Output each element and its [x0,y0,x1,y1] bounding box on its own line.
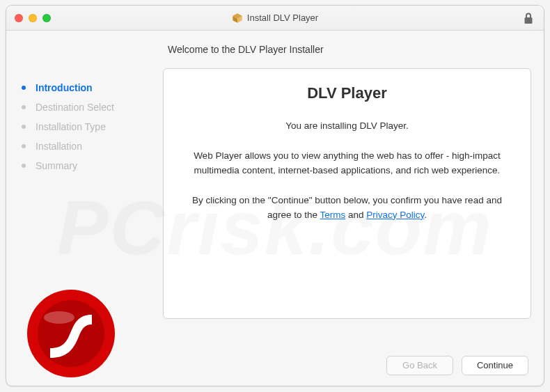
bullet-icon [22,164,26,168]
bullet-icon [22,86,26,90]
consent-period: . [424,210,427,220]
step-list: Introduction Destination Select Installa… [22,78,163,175]
content-description: Web Player allows you to view anything t… [182,149,512,178]
step-installation-type: Installation Type [22,117,163,136]
flash-player-icon [26,288,116,379]
close-icon[interactable] [15,14,23,22]
bullet-icon [22,125,26,129]
window-controls [15,14,51,22]
titlebar: Install DLV Player [6,6,544,31]
package-icon [232,13,243,24]
content-consent: By clicking on the "Continue" button bel… [182,194,512,223]
step-destination-select: Destination Select [22,97,163,117]
window-title-text: Install DLV Player [247,13,318,23]
step-label: Installation [36,141,82,152]
installer-window: Install DLV Player Welcome to the DLV Pl… [6,5,544,386]
bullet-icon [22,144,26,148]
installer-subtitle-row: Welcome to the DLV Player Installer [6,31,544,68]
minimize-icon[interactable] [29,14,37,22]
step-label: Installation Type [36,121,106,132]
consent-and: and [345,210,366,220]
step-summary: Summary [22,156,163,175]
step-label: Introduction [36,82,93,93]
continue-button[interactable]: Continue [462,356,528,375]
svg-rect-0 [525,17,533,24]
window-title: Install DLV Player [6,13,544,24]
step-label: Destination Select [36,102,114,113]
zoom-icon[interactable] [42,14,51,22]
bullet-icon [22,105,26,109]
lock-icon [523,12,534,24]
svg-point-3 [44,311,74,324]
content-title: DLV Player [182,84,512,102]
terms-link[interactable]: Terms [320,210,345,220]
go-back-button: Go Back [386,356,453,375]
content-intro-line: You are installing DLV Player. [182,119,512,134]
step-installation: Installation [22,136,163,156]
step-introduction: Introduction [22,78,163,97]
step-label: Summary [36,160,77,171]
installer-subtitle: Welcome to the DLV Player Installer [168,44,324,55]
privacy-policy-link[interactable]: Privacy Policy [366,210,424,220]
content-panel: DLV Player You are installing DLV Player… [163,68,531,319]
